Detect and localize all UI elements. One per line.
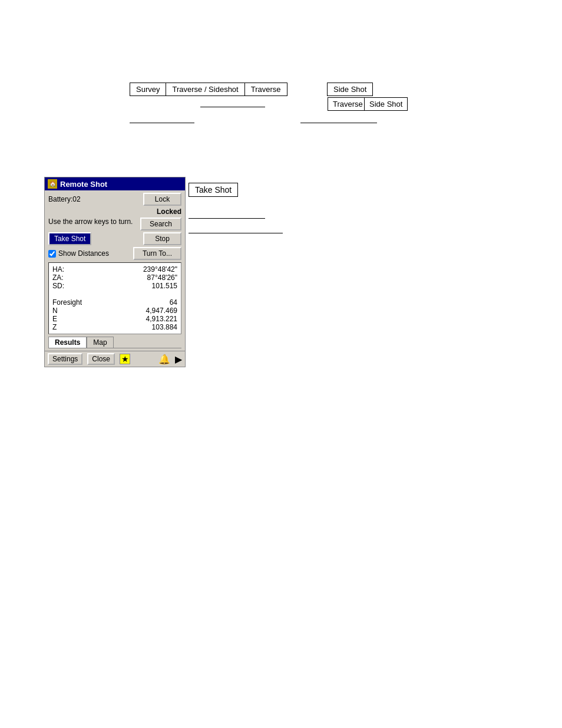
bell-icon[interactable]: 🔔	[158, 354, 170, 365]
underline-c	[189, 218, 265, 219]
settings-button[interactable]: Settings	[48, 353, 82, 365]
dialog-titlebar: 🏠 Remote Shot	[45, 177, 185, 190]
take-shot-button[interactable]: Take Shot	[48, 232, 91, 245]
za-value: 87°48'26"	[130, 274, 177, 282]
traverse-button-2[interactable]: Traverse	[328, 97, 368, 111]
dialog-footer: Settings Close ★ 🔔 ▶	[45, 351, 185, 367]
tab-map[interactable]: Map	[87, 337, 113, 348]
take-shot-external-button[interactable]: Take Shot	[189, 183, 238, 197]
second-row	[200, 97, 265, 107]
show-distances-checkbox[interactable]	[48, 250, 56, 258]
lock-button[interactable]: Lock	[143, 193, 181, 206]
status-value: Locked	[157, 207, 181, 216]
traverse-button[interactable]: Traverse	[244, 83, 287, 96]
dialog-body: Battery:02 Lock Locked Use the arrow key…	[45, 190, 185, 351]
e-label: E	[52, 315, 82, 323]
stop-button[interactable]: Stop	[143, 232, 181, 245]
tab-row: Results Map	[48, 337, 181, 348]
ha-row: HA: 239°48'42"	[52, 265, 177, 274]
arrow-icon[interactable]: ▶	[175, 354, 182, 365]
ha-value: 239°48'42"	[130, 265, 177, 274]
side-shot-button[interactable]: Side Shot	[327, 83, 373, 96]
survey-button[interactable]: Survey	[130, 83, 166, 96]
show-distances-label: Show Distances	[58, 249, 109, 258]
data-section: HA: 239°48'42" ZA: 87°48'26" SD: 101.515…	[48, 262, 181, 334]
close-button[interactable]: Close	[87, 353, 115, 365]
show-distances-row: Show Distances	[48, 249, 109, 258]
z-value: 103.884	[130, 323, 177, 331]
status-row: Locked	[48, 207, 181, 216]
top-nav: Survey Traverse / Sideshot Traverse	[130, 83, 287, 96]
tab-results[interactable]: Results	[48, 337, 87, 348]
z-row: Z 103.884	[52, 323, 177, 331]
takeshot-stop-row: Take Shot Stop	[48, 232, 181, 245]
n-value: 4,947.469	[130, 307, 177, 315]
z-label: Z	[52, 323, 82, 331]
distances-turnto-row: Show Distances Turn To...	[48, 247, 181, 260]
sd-label: SD:	[52, 282, 82, 290]
second-row-underline	[200, 97, 265, 107]
turn-to-button[interactable]: Turn To...	[133, 247, 181, 260]
remote-shot-dialog: 🏠 Remote Shot Battery:02 Lock Locked Use…	[44, 177, 186, 367]
underline-d	[189, 233, 283, 233]
battery-locked-row: Battery:02 Lock	[48, 193, 181, 206]
foresight-row: Foresight 64	[52, 298, 177, 307]
search-button[interactable]: Search	[140, 218, 181, 230]
dialog-icon: 🏠	[48, 179, 57, 189]
e-row: E 4,913.221	[52, 315, 177, 323]
underline-b	[300, 123, 377, 123]
foresight-value: 64	[130, 298, 177, 307]
traverse-sideshot-button[interactable]: Traverse / Sideshot	[166, 83, 244, 96]
za-label: ZA:	[52, 274, 82, 282]
sd-value: 101.515	[130, 282, 177, 290]
star-icon[interactable]: ★	[120, 354, 130, 364]
n-label: N	[52, 307, 82, 315]
underline-a	[130, 123, 194, 123]
right-buttons: Search	[140, 218, 181, 230]
foresight-label: Foresight	[52, 298, 82, 307]
za-row: ZA: 87°48'26"	[52, 274, 177, 282]
instruction-search-row: Use the arrow keys to turn. Search	[48, 218, 181, 230]
dialog-title: Remote Shot	[60, 180, 107, 189]
ha-label: HA:	[52, 265, 82, 274]
n-row: N 4,947.469	[52, 307, 177, 315]
sd-row: SD: 101.515	[52, 282, 177, 290]
instruction-text: Use the arrow keys to turn.	[48, 218, 133, 227]
sideshot-button-2[interactable]: Side Shot	[364, 97, 408, 111]
e-value: 4,913.221	[130, 315, 177, 323]
battery-label: Battery:02	[48, 195, 81, 203]
